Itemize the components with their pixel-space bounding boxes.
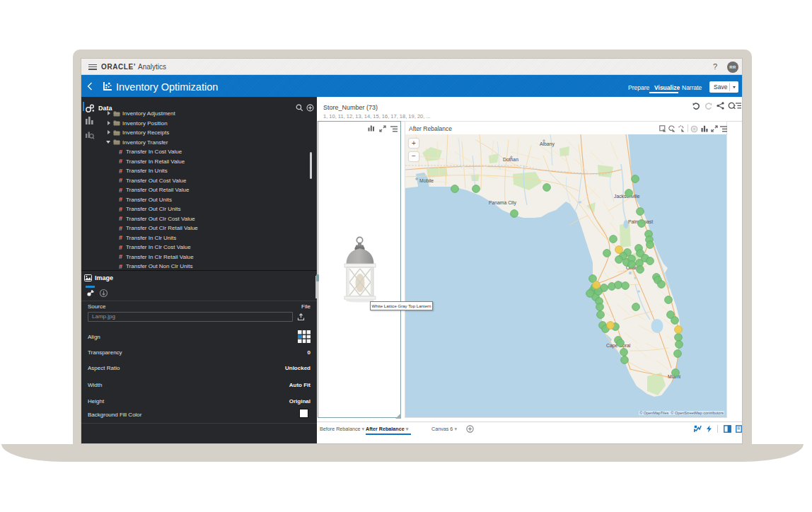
svg-text:Albany: Albany: [540, 141, 555, 147]
svg-text:Dothan: Dothan: [503, 157, 518, 162]
svg-text:Mobile: Mobile: [419, 178, 434, 183]
svg-text:Panama City: Panama City: [489, 200, 517, 206]
